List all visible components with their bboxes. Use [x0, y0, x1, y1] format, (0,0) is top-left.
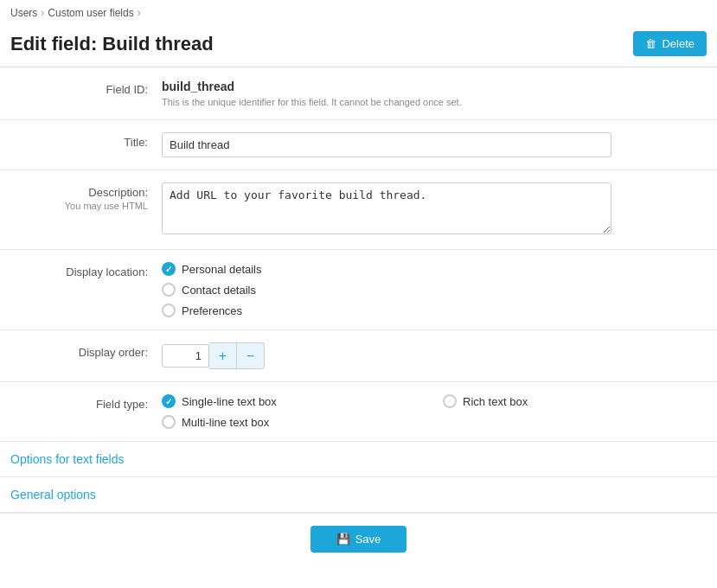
description-textarea[interactable]: Add URL to your favorite build thread. — [162, 182, 611, 234]
title-input[interactable] — [162, 132, 611, 157]
page-header: Edit field: Build thread 🗑 Delete — [0, 26, 717, 67]
radio-circle-contact — [162, 283, 176, 297]
breadcrumb-sep-1: › — [41, 7, 44, 19]
save-label: Save — [355, 533, 381, 546]
radio-single-line[interactable]: Single-line text box — [162, 394, 426, 408]
radio-preferences[interactable]: Preferences — [162, 304, 707, 317]
description-row: Description: You may use HTML Add URL to… — [0, 170, 717, 250]
field-type-grid: Single-line text box Rich text box Multi… — [162, 394, 707, 429]
field-id-content: build_thread This is the unique identifi… — [162, 80, 707, 107]
radio-circle-multi-line — [162, 415, 176, 429]
breadcrumb-custom-user-fields[interactable]: Custom user fields — [48, 7, 133, 19]
radio-personal-details[interactable]: Personal details — [162, 262, 707, 276]
edit-field-form: Field ID: build_thread This is the uniqu… — [0, 67, 717, 442]
title-row: Title: — [0, 120, 717, 170]
field-type-label: Field type: — [10, 394, 162, 411]
radio-label-preferences: Preferences — [182, 304, 242, 317]
display-order-stepper: + − — [162, 342, 707, 369]
radio-label-multi-line: Multi-line text box — [182, 416, 269, 429]
save-button[interactable]: 💾 Save — [310, 526, 407, 553]
display-location-radio-group: Personal details Contact details Prefere… — [162, 262, 707, 317]
breadcrumb: Users › Custom user fields › — [0, 0, 717, 26]
breadcrumb-sep-2: › — [138, 7, 141, 19]
radio-label-rich-text: Rich text box — [463, 395, 528, 408]
display-order-input[interactable] — [162, 344, 209, 368]
field-type-row: Field type: Single-line text box Rich te… — [0, 382, 717, 442]
display-location-row: Display location: Personal details Conta… — [0, 250, 717, 330]
breadcrumb-users[interactable]: Users — [10, 7, 37, 19]
radio-label-contact: Contact details — [182, 284, 256, 297]
delete-icon: 🗑 — [645, 37, 656, 50]
description-label: Description: You may use HTML — [10, 182, 162, 211]
radio-circle-preferences — [162, 304, 176, 317]
page-title: Edit field: Build thread — [10, 33, 214, 55]
field-id-hint: This is the unique identifier for this f… — [162, 97, 707, 107]
radio-label-personal: Personal details — [182, 263, 262, 276]
general-options-label: General options — [10, 488, 96, 502]
options-text-fields-section: Options for text fields — [0, 442, 717, 477]
description-content: Add URL to your favorite build thread. — [162, 182, 707, 237]
display-order-label: Display order: — [10, 342, 162, 359]
options-text-fields-header[interactable]: Options for text fields — [0, 442, 717, 476]
radio-label-single-line: Single-line text box — [182, 395, 277, 408]
radio-contact-details[interactable]: Contact details — [162, 283, 707, 297]
general-options-header[interactable]: General options — [0, 477, 717, 512]
title-label: Title: — [10, 132, 162, 149]
field-id-label: Field ID: — [10, 80, 162, 96]
field-type-content: Single-line text box Rich text box Multi… — [162, 394, 707, 429]
field-id-row: Field ID: build_thread This is the uniqu… — [0, 67, 717, 120]
stepper-minus-button[interactable]: − — [237, 342, 265, 369]
general-options-section: General options — [0, 477, 717, 513]
description-sublabel: You may use HTML — [10, 201, 148, 211]
field-id-value: build_thread — [162, 80, 707, 93]
title-content — [162, 132, 707, 157]
stepper-plus-button[interactable]: + — [209, 342, 237, 369]
save-icon: 💾 — [336, 533, 350, 546]
radio-rich-text[interactable]: Rich text box — [443, 394, 707, 408]
display-location-label: Display location: — [10, 262, 162, 278]
form-footer: 💾 Save — [0, 513, 717, 565]
display-order-row: Display order: + − — [0, 330, 717, 382]
radio-check-personal — [162, 262, 176, 276]
radio-circle-rich-text — [443, 394, 457, 408]
delete-button[interactable]: 🗑 Delete — [633, 31, 707, 56]
radio-check-single-line — [162, 394, 176, 408]
options-text-fields-label: Options for text fields — [10, 452, 125, 466]
display-location-content: Personal details Contact details Prefere… — [162, 262, 707, 317]
delete-label: Delete — [662, 37, 695, 50]
display-order-content: + − — [162, 342, 707, 369]
radio-multi-line[interactable]: Multi-line text box — [162, 415, 426, 429]
